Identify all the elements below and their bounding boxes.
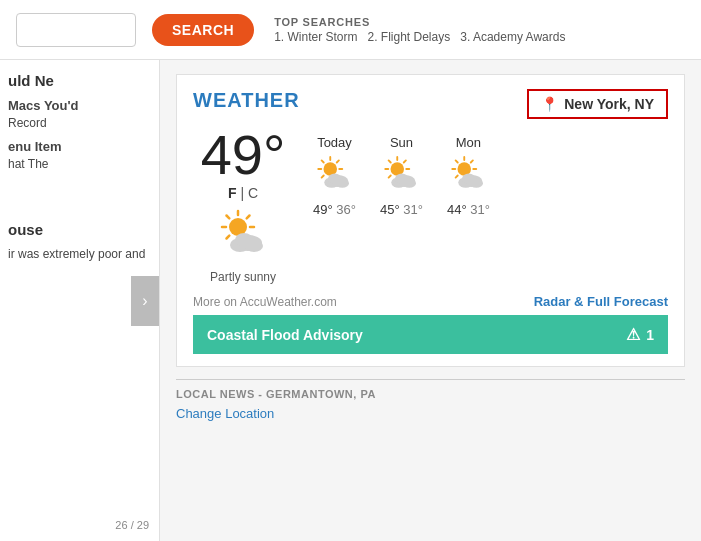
radar-full-forecast-link[interactable]: Radar & Full Forecast: [534, 294, 668, 309]
flood-advisory-banner[interactable]: Coastal Flood Advisory ⚠ 1: [193, 315, 668, 354]
current-weather: 49° F | C: [193, 127, 293, 284]
current-weather-desc: Partly sunny: [210, 270, 276, 284]
top-search-3-number: 3.: [460, 30, 473, 44]
flood-advisory-count: 1: [646, 327, 654, 343]
change-location-link[interactable]: Change Location: [176, 406, 274, 421]
sidebar-next-button[interactable]: ›: [131, 276, 159, 326]
section-divider: [176, 379, 685, 380]
sidebar-bottom-text: ir was extremely poor and: [8, 246, 151, 263]
top-searches: TOP SEARCHES 1. Winter Storm 2. Flight D…: [274, 16, 565, 44]
forecast-mon: Mon: [447, 135, 490, 217]
warning-triangle-icon: ⚠: [626, 325, 640, 344]
svg-line-33: [404, 160, 406, 162]
temp-unit-f[interactable]: F: [228, 185, 237, 201]
forecast-mon-high: 44°: [447, 202, 467, 217]
content-area: WEATHER 📍 New York, NY 49° F | C: [160, 60, 701, 541]
sidebar-item-2: enu Item hat The: [8, 138, 151, 173]
top-search-1-number: 1.: [274, 30, 287, 44]
temp-unit-toggle[interactable]: F | C: [228, 185, 258, 201]
forecast-sun: Sun: [380, 135, 423, 217]
top-searches-items: 1. Winter Storm 2. Flight Delays 3. Acad…: [274, 30, 565, 44]
svg-line-44: [456, 160, 458, 162]
header: SEARCH TOP SEARCHES 1. Winter Storm 2. F…: [0, 0, 701, 60]
top-search-2-link[interactable]: Flight Delays: [381, 30, 450, 44]
svg-line-47: [456, 176, 458, 178]
top-searches-label: TOP SEARCHES: [274, 16, 565, 28]
svg-line-5: [227, 216, 230, 219]
forecast-sun-icon: [382, 154, 420, 198]
sidebar-item-1-rest: Record: [8, 116, 47, 130]
temp-unit-sep: |: [240, 185, 248, 201]
temp-unit-c[interactable]: C: [248, 185, 258, 201]
search-input[interactable]: [16, 13, 136, 47]
current-temperature: 49°: [201, 127, 286, 183]
sidebar-bottom-title: ouse: [8, 221, 151, 238]
search-button[interactable]: SEARCH: [152, 14, 254, 46]
location-box[interactable]: 📍 New York, NY: [527, 89, 668, 119]
location-pin-icon: 📍: [541, 96, 558, 112]
svg-point-12: [235, 233, 253, 247]
location-text: New York, NY: [564, 96, 654, 112]
sidebar-item-1-bold: Macs You'd: [8, 98, 79, 113]
local-news-title: LOCAL NEWS - GERMANTOWN, PA: [176, 388, 685, 400]
svg-point-38: [395, 174, 409, 185]
sidebar-bottom-section: ouse ir was extremely poor and: [8, 221, 151, 263]
forecast-section: Today: [313, 127, 490, 217]
more-accuweather-link[interactable]: More on AccuWeather.com: [193, 295, 337, 309]
sidebar-title: uld Ne: [8, 72, 151, 89]
local-news-section: LOCAL NEWS - GERMANTOWN, PA Change Locat…: [176, 379, 685, 422]
svg-line-7: [247, 216, 250, 219]
forecast-sun-label: Sun: [390, 135, 413, 150]
forecast-sun-low-val: 31°: [403, 202, 423, 217]
svg-point-25: [328, 174, 342, 185]
svg-line-20: [337, 160, 339, 162]
forecast-mon-temps: 44° 31°: [447, 202, 490, 217]
top-search-3-link[interactable]: Academy Awards: [473, 30, 566, 44]
forecast-sun-temps: 45° 31°: [380, 202, 423, 217]
forecast-mon-low-val: 31°: [470, 202, 490, 217]
flood-advisory-text: Coastal Flood Advisory: [207, 327, 363, 343]
svg-line-34: [389, 176, 391, 178]
weather-footer: More on AccuWeather.com Radar & Full For…: [193, 294, 668, 309]
forecast-today-icon: [315, 154, 353, 198]
sidebar-item-1: Macs You'd Record: [8, 97, 151, 132]
svg-point-51: [462, 174, 476, 185]
flood-advisory-right: ⚠ 1: [626, 325, 654, 344]
weather-header: WEATHER 📍 New York, NY: [193, 89, 668, 119]
forecast-mon-icon: [449, 154, 487, 198]
svg-line-21: [322, 176, 324, 178]
forecast-today-low-val: 36°: [336, 202, 356, 217]
forecast-today-temps: 49° 36°: [313, 202, 356, 217]
sidebar-item-2-rest: hat The: [8, 157, 48, 171]
forecast-mon-label: Mon: [456, 135, 481, 150]
weather-title: WEATHER: [193, 89, 300, 112]
weather-body: 49° F | C: [193, 127, 668, 284]
svg-line-31: [389, 160, 391, 162]
top-search-2-number: 2.: [368, 30, 381, 44]
svg-line-8: [227, 236, 230, 239]
current-weather-icon: [218, 207, 268, 266]
sidebar: uld Ne Macs You'd Record enu Item hat Th…: [0, 60, 160, 541]
forecast-sun-high: 45°: [380, 202, 400, 217]
forecast-today-label: Today: [317, 135, 352, 150]
forecast-today-high: 49°: [313, 202, 333, 217]
forecast-today: Today: [313, 135, 356, 217]
sidebar-counter: 26 / 29: [115, 519, 149, 531]
sidebar-item-2-bold: enu Item: [8, 139, 61, 154]
weather-panel: WEATHER 📍 New York, NY 49° F | C: [176, 74, 685, 367]
top-search-1-link[interactable]: Winter Storm: [287, 30, 357, 44]
svg-line-46: [471, 160, 473, 162]
svg-line-18: [322, 160, 324, 162]
main-layout: uld Ne Macs You'd Record enu Item hat Th…: [0, 60, 701, 541]
